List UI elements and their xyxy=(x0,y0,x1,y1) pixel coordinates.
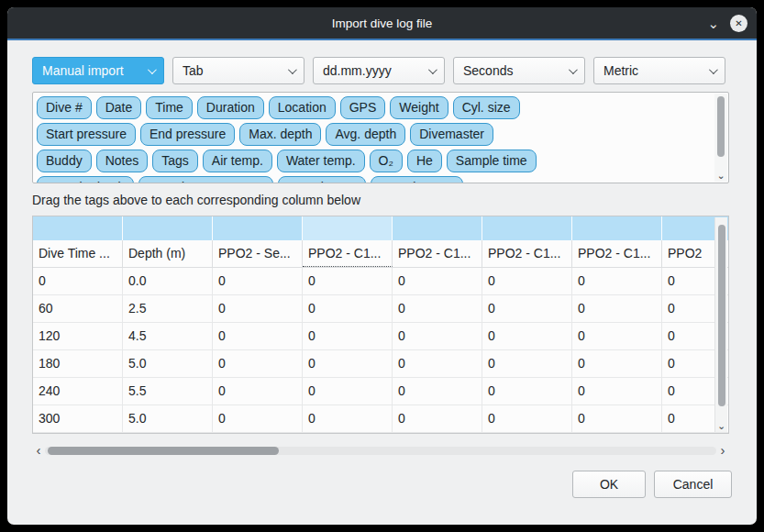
table-cell: 0 xyxy=(303,378,393,405)
drag-tag[interactable]: Dive # xyxy=(37,96,92,119)
drag-tag[interactable]: Divemaster xyxy=(410,123,493,146)
tag-row: Dive #DateTimeDurationLocationGPSWeightC… xyxy=(37,96,710,119)
table-cell: 0 xyxy=(303,268,393,294)
drag-tag[interactable]: End pressure xyxy=(140,123,235,146)
drag-tag[interactable]: Sample pO₂ xyxy=(278,176,365,183)
table-cell: 0.0 xyxy=(123,268,213,294)
table-cell: 0 xyxy=(303,323,393,349)
column-header: PPO2 - C1... xyxy=(482,240,572,267)
column-drop-zone[interactable] xyxy=(393,216,482,240)
drag-tag[interactable]: Start pressure xyxy=(37,123,136,146)
tags-container: Dive #DateTimeDurationLocationGPSWeightC… xyxy=(37,96,710,183)
tags-scrollbar[interactable]: ⌄ xyxy=(714,94,727,182)
table-cell: 0 xyxy=(572,378,662,405)
column-header: PPO2 - C1... xyxy=(303,240,393,267)
drag-tag[interactable]: Sample CNS xyxy=(371,176,463,183)
column-drop-zone[interactable] xyxy=(303,216,393,240)
date-format-value: dd.mm.yyyy xyxy=(323,63,392,78)
table-cell: 0 xyxy=(303,405,393,432)
table-cell: 5.0 xyxy=(123,350,213,377)
close-icon: ✕ xyxy=(735,18,742,28)
drag-tag[interactable]: Duration xyxy=(197,96,264,119)
table-cell: 180 xyxy=(33,350,123,377)
table-cell: 2.5 xyxy=(123,295,213,322)
drag-tag[interactable]: O₂ xyxy=(370,150,403,172)
duration-format-select[interactable]: Seconds xyxy=(453,57,585,84)
tags-scrollbar-thumb[interactable] xyxy=(717,96,725,157)
table-cell: 0 xyxy=(572,323,662,349)
drag-tag[interactable]: Avg. depth xyxy=(326,123,405,146)
close-button[interactable]: ✕ xyxy=(730,15,747,32)
drag-tag[interactable]: Notes xyxy=(96,150,149,172)
table-cell: 0 xyxy=(303,350,393,377)
dialog-content: Manual import Tab dd.mm.yyyy Seconds Met… xyxy=(7,40,757,498)
column-drop-zone[interactable] xyxy=(482,216,572,240)
drag-tag[interactable]: Max. depth xyxy=(239,123,321,146)
table-cell: 120 xyxy=(33,323,123,349)
scroll-left-icon[interactable]: ‹ xyxy=(32,444,45,457)
units-select[interactable]: Metric xyxy=(593,57,725,84)
tag-row: Sample depthSample temperatureSample pO₂… xyxy=(37,176,710,183)
table-cell: 0 xyxy=(213,323,303,349)
table-scrollbar-thumb[interactable] xyxy=(718,225,725,406)
table-cell: 5.0 xyxy=(123,405,213,432)
table-cell: 0 xyxy=(482,378,572,405)
field-separator-select[interactable]: Tab xyxy=(172,57,304,84)
table-cell: 60 xyxy=(33,295,123,322)
cancel-button[interactable]: Cancel xyxy=(654,471,732,498)
drag-tag[interactable]: Sample temperature xyxy=(138,176,273,183)
table-scroll-region: Dive Time ...Depth (m)PPO2 - Se...PPO2 -… xyxy=(33,216,729,433)
table-vertical-scrollbar[interactable]: ⌄ xyxy=(714,217,727,432)
column-drop-zone[interactable] xyxy=(213,216,303,240)
import-preview-table: Dive Time ...Depth (m)PPO2 - Se...PPO2 -… xyxy=(32,216,729,434)
table-cell: 0 xyxy=(482,350,572,377)
tag-row: Start pressureEnd pressureMax. depthAvg.… xyxy=(37,123,710,146)
table-cell: 0 xyxy=(393,268,482,294)
window-title: Import dive log file xyxy=(7,17,757,30)
table-cell: 0 xyxy=(393,295,482,322)
drag-tag[interactable]: He xyxy=(407,150,442,172)
drag-tag[interactable]: Cyl. size xyxy=(453,96,520,119)
column-drop-zone[interactable] xyxy=(123,216,213,240)
scroll-down-icon[interactable]: ⌄ xyxy=(714,169,727,182)
date-format-select[interactable]: dd.mm.yyyy xyxy=(313,57,445,84)
table-cell: 5.5 xyxy=(123,378,213,405)
drag-tag[interactable]: Buddy xyxy=(37,150,92,172)
drag-tag[interactable]: Sample depth xyxy=(37,176,134,183)
chevron-down-icon xyxy=(569,65,578,74)
table-cell: 0 xyxy=(482,405,572,432)
field-separator-value: Tab xyxy=(183,63,204,78)
table-row: 2405.5000000 xyxy=(33,378,729,405)
table-row: 602.5000000 xyxy=(33,295,729,323)
drag-tag[interactable]: Date xyxy=(96,96,142,119)
import-mode-select[interactable]: Manual import xyxy=(32,57,164,84)
table-cell: 0 xyxy=(213,295,303,322)
chevron-down-icon xyxy=(428,65,437,74)
drag-tag[interactable]: GPS xyxy=(340,96,386,119)
import-dialog-window: Import dive log file ⌄ ✕ Manual import T… xyxy=(7,7,757,525)
column-drop-zone[interactable] xyxy=(572,216,662,240)
horizontal-scrollbar-thumb[interactable] xyxy=(48,447,279,455)
window-shade-icon[interactable]: ⌄ xyxy=(707,17,719,30)
drag-tag[interactable]: Weight xyxy=(390,96,448,119)
chevron-down-icon xyxy=(709,65,718,74)
drag-tag[interactable]: Air temp. xyxy=(203,150,272,172)
drag-tag[interactable]: Time xyxy=(146,96,193,119)
horizontal-scrollbar-track[interactable] xyxy=(45,447,716,455)
table-cell: 0 xyxy=(303,295,393,322)
ok-button[interactable]: OK xyxy=(572,471,646,498)
drag-tag[interactable]: Location xyxy=(269,96,336,119)
column-drop-zone[interactable] xyxy=(33,216,123,240)
scroll-down-icon[interactable]: ⌄ xyxy=(715,419,727,432)
table-horizontal-scrollbar[interactable]: ‹ › xyxy=(32,443,729,458)
drag-tag[interactable]: Sample time xyxy=(447,150,537,172)
units-value: Metric xyxy=(603,63,638,78)
column-header: PPO2 - C1... xyxy=(393,240,482,267)
table-cell: 0 xyxy=(572,405,662,432)
table-cell: 4.5 xyxy=(123,323,213,349)
import-mode-value: Manual import xyxy=(42,63,124,78)
drag-tag[interactable]: Tags xyxy=(152,150,198,172)
scroll-right-icon[interactable]: › xyxy=(716,444,729,457)
drag-tag[interactable]: Water temp. xyxy=(277,150,365,172)
table-cell: 0 xyxy=(213,268,303,294)
